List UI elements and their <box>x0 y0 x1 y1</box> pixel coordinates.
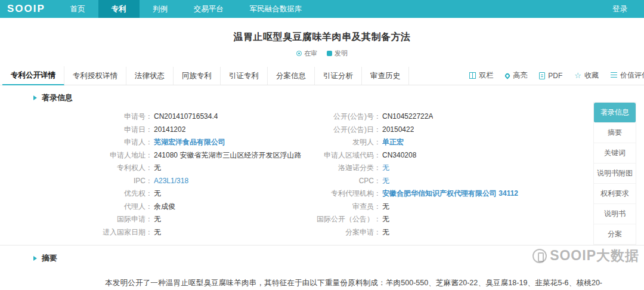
field-examiner: 审查员：无 <box>301 200 584 214</box>
biblio-section-header[interactable]: 著录信息 <box>0 85 644 108</box>
top-nav: SOOIP 首页 专利 判例 交易平台 军民融合数据库 登录 <box>0 0 644 18</box>
anchor-biblio[interactable]: 著录信息 <box>594 103 636 123</box>
nav-item-trading-platform[interactable]: 交易平台 <box>181 0 237 18</box>
status-badge-label: 发明 <box>335 49 348 58</box>
status-badge-under-review: 在审 <box>296 49 317 58</box>
field-ipc: IPC：A23L1/318 <box>36 175 301 188</box>
status-badge-label: 在审 <box>304 49 317 58</box>
highlight-button[interactable]: 高亮 <box>505 70 527 81</box>
applicant-link[interactable]: 芜湖宏洋食品有限公司 <box>154 136 225 149</box>
login-button[interactable]: 登录 <box>596 0 644 18</box>
cpc-link[interactable]: 无 <box>382 175 389 188</box>
nav-item-cases[interactable]: 判例 <box>140 0 181 18</box>
tab-publication-details[interactable]: 专利公开详情 <box>2 66 64 85</box>
field-inventor: 发明人：单正宏 <box>301 136 584 149</box>
field-patentee: 专利权人：无 <box>36 162 301 175</box>
valuation-icon <box>611 72 617 79</box>
star-icon: ☆ <box>574 72 581 79</box>
field-international-application: 国际申请：无 <box>36 213 301 226</box>
field-application-date: 申请日：20141202 <box>36 124 301 137</box>
pdf-button[interactable]: PDF <box>539 72 562 80</box>
field-applicant-region-code: 申请人区域代码：CN340208 <box>301 149 584 162</box>
field-publication-date: 公开(公告)日：20150422 <box>301 124 584 137</box>
anchor-claims[interactable]: 权利要求 <box>594 184 636 204</box>
field-agent: 代理人：余成俊 <box>36 200 301 214</box>
nav-item-military-civil-db[interactable]: 军民融合数据库 <box>237 0 315 18</box>
tab-examination-history[interactable]: 审查历史 <box>362 67 409 85</box>
anchor-divisional[interactable]: 分案 <box>594 224 636 244</box>
biblio-table: 申请号：CN201410716534.4 公开(公告)号：CN104522722… <box>36 110 584 239</box>
toolbar: 双栏 高亮 PDF ☆ 收藏 价值评估 <box>469 70 644 81</box>
collapse-arrow-icon <box>33 256 37 261</box>
ipc-link[interactable]: A23L1/318 <box>154 175 188 188</box>
tab-legal-status[interactable]: 法律状态 <box>126 67 174 85</box>
collapse-arrow-icon <box>33 95 37 100</box>
field-priority: 优先权：无 <box>36 187 301 200</box>
status-badge-invention: 发明 <box>327 49 348 58</box>
pdf-icon <box>539 72 545 79</box>
field-cpc: CPC：无 <box>301 175 584 188</box>
highlight-icon <box>504 72 511 79</box>
tab-citation-analysis[interactable]: 引证分析 <box>315 67 362 85</box>
nav-item-patent[interactable]: 专利 <box>98 0 140 18</box>
section-anchor-nav: 著录信息 摘要 关键词 说明书附图 权利要求 说明书 分案 <box>594 103 636 244</box>
abstract-section-header[interactable]: 摘要 <box>0 246 644 269</box>
tab-cited-patents[interactable]: 引证专利 <box>221 67 268 85</box>
columns-icon <box>469 72 476 79</box>
field-applicant-address: 申请人地址：241080 安徽省芜湖市三山区经济开发区浮山路18号 <box>36 149 301 162</box>
anchor-description[interactable]: 说明书 <box>594 204 636 224</box>
valuation-button[interactable]: 价值评估 <box>611 70 644 81</box>
anchor-drawings[interactable]: 说明书附图 <box>594 163 636 184</box>
field-agency: 专利代理机构：安徽合肥华信知识产权代理有限公司 34112 <box>301 187 584 200</box>
tab-patent-family[interactable]: 同族专利 <box>174 67 221 85</box>
biblio-section: 著录信息 申请号：CN201410716534.4 公开(公告)号：CN1045… <box>0 85 644 239</box>
two-column-button[interactable]: 双栏 <box>469 70 493 81</box>
tab-bar: 专利公开详情 专利授权详情 法律状态 同族专利 引证专利 分案信息 引证分析 审… <box>0 66 644 85</box>
field-international-publication: 国际公开（公告）：无 <box>301 213 584 226</box>
field-national-entry-date: 进入国家日期：无 <box>36 226 301 239</box>
tab-divisional-info[interactable]: 分案信息 <box>268 67 315 85</box>
page-title: 温胃止呕型臭豆腐味羊肉串及其制备方法 <box>0 31 644 44</box>
nav-item-home[interactable]: 首页 <box>57 0 98 18</box>
field-applicant: 申请人：芜湖宏洋食品有限公司 <box>36 136 301 149</box>
field-publication-number: 公开(公告)号：CN104522722A <box>301 110 584 124</box>
agency-link[interactable]: 安徽合肥华信知识产权代理有限公司 34112 <box>382 187 518 200</box>
anchor-abstract[interactable]: 摘要 <box>594 123 636 143</box>
field-locarno-class: 洛迦诺分类：无 <box>301 162 584 175</box>
invention-type-icon <box>327 51 332 56</box>
favorite-button[interactable]: ☆ 收藏 <box>574 70 599 81</box>
locarno-link[interactable]: 无 <box>382 162 389 175</box>
tab-grant-details[interactable]: 专利授权详情 <box>64 67 126 85</box>
field-application-number: 申请号：CN201410716534.4 <box>36 110 301 124</box>
abstract-section: 摘要 本发明公开了一种温胃止呕型臭豆腐味羊肉串，其特征在于由以下重量份原料制成：… <box>0 245 644 290</box>
field-divisional-application: 分案申请：无 <box>301 226 584 239</box>
anchor-keywords[interactable]: 关键词 <box>594 143 636 163</box>
inventor-link[interactable]: 单正宏 <box>382 136 404 149</box>
abstract-text: 本发明公开了一种温胃止呕型臭豆腐味羊肉串，其特征在于由以下重量份原料制成：羊肉5… <box>72 276 602 290</box>
status-badges: 在审 发明 <box>0 49 644 58</box>
review-status-icon <box>296 51 302 56</box>
sooip-logo[interactable]: SOOIP <box>0 0 57 18</box>
